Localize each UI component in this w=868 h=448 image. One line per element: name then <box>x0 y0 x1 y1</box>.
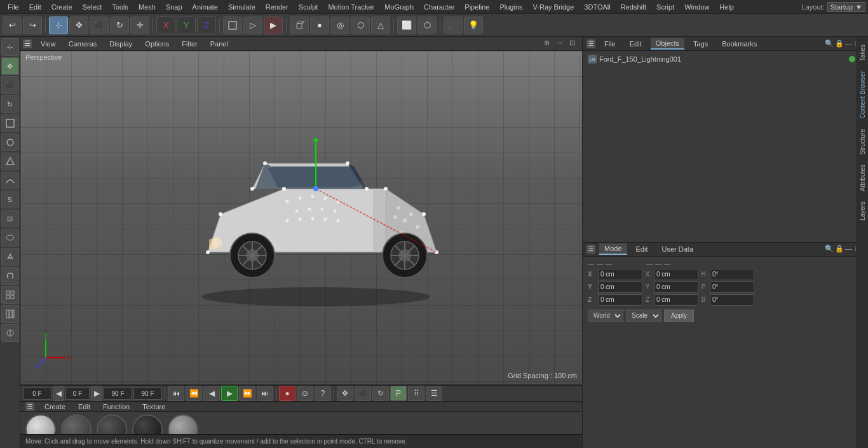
viewport-filter-menu[interactable]: Filter <box>178 39 201 49</box>
x-pos-input2[interactable] <box>654 269 698 280</box>
render-button[interactable]: ▶ <box>264 17 283 34</box>
camera-button[interactable]: 🎥 <box>444 17 463 34</box>
cone-button[interactable]: △ <box>371 17 390 34</box>
menu-vray[interactable]: V-Ray Bridge <box>528 2 580 12</box>
mat-texture-btn[interactable]: Texture <box>140 402 168 411</box>
viewport-icon-2[interactable]: ↔ <box>557 39 567 49</box>
mat-function-btn[interactable]: Function <box>100 402 132 411</box>
menu-motion-tracker[interactable]: Motion Tracker <box>323 2 379 12</box>
menu-window[interactable]: Window <box>679 2 714 12</box>
objects-menu-icon[interactable]: ☰ <box>587 39 595 48</box>
vtab-layers[interactable]: Layers <box>858 196 867 226</box>
move-mode-btn[interactable]: ✥ <box>337 386 353 401</box>
left-btn-6[interactable] <box>1 153 19 170</box>
light-button[interactable]: 💡 <box>464 17 483 34</box>
left-btn-12[interactable] <box>1 267 19 285</box>
timeline-ruler[interactable]: 0 5 10 15 20 25 30 35 40 45 50 55 60 65 … <box>20 385 582 386</box>
left-btn-13[interactable] <box>1 286 19 304</box>
left-btn-11[interactable] <box>1 248 19 266</box>
menu-pipeline[interactable]: Pipeline <box>459 2 494 12</box>
render-region-button[interactable]: ▷ <box>243 17 262 34</box>
h-rot-input[interactable] <box>710 269 754 280</box>
menu-plugins[interactable]: Plugins <box>494 2 527 12</box>
z-pos-input2[interactable] <box>654 294 698 306</box>
step-back-btn[interactable]: ⏪ <box>186 386 202 401</box>
go-start-btn[interactable]: ⏮ <box>168 386 184 401</box>
vtab-structure[interactable]: Structure <box>858 124 867 160</box>
menu-mograph[interactable]: MoGraph <box>379 2 419 12</box>
create-tool-button[interactable]: ✛ <box>130 17 149 34</box>
scale-mode-btn[interactable]: ⬛ <box>355 386 371 401</box>
obj-dot-visible[interactable] <box>849 56 855 62</box>
move-tool-button[interactable]: ✥ <box>69 17 88 34</box>
apply-button[interactable]: Apply <box>664 309 694 322</box>
z-axis-button[interactable]: Z <box>197 17 216 34</box>
tab-tags[interactable]: Tags <box>688 39 713 49</box>
left-btn-5[interactable] <box>1 133 19 151</box>
viewport-display-menu[interactable]: Display <box>105 39 136 49</box>
menu-snap[interactable]: Snap <box>161 2 187 12</box>
timeline-extra-btn[interactable]: ☰ <box>426 386 442 401</box>
viewport-canvas[interactable]: Perspective <box>20 51 582 384</box>
viewport-cameras-menu[interactable]: Cameras <box>65 39 101 49</box>
end-frame-input[interactable] <box>104 387 132 400</box>
menu-file[interactable]: File <box>3 2 24 12</box>
select-tool-button[interactable]: ⊹ <box>49 17 68 34</box>
cube-button[interactable] <box>290 17 309 34</box>
left-btn-3[interactable]: ↻ <box>1 95 19 113</box>
mat-edit-btn[interactable]: Edit <box>76 402 93 411</box>
viewport-menu-icon[interactable]: ☰ <box>23 39 32 48</box>
attr-tab-mode[interactable]: Mode <box>599 243 627 255</box>
play-back-btn[interactable]: ◀ <box>203 386 220 401</box>
left-btn-15[interactable] <box>1 324 19 342</box>
left-btn-9[interactable]: ⊡ <box>1 210 19 227</box>
world-dropdown[interactable]: World <box>588 309 623 322</box>
object-mode-button[interactable] <box>223 17 242 34</box>
objects-collapse-icon[interactable]: — <box>845 39 854 48</box>
attr-lock-icon[interactable]: 🔒 <box>835 245 844 254</box>
layout-dropdown[interactable]: Startup ▼ <box>827 2 865 12</box>
left-btn-1[interactable]: ✥ <box>1 57 19 75</box>
rotate-mode-btn[interactable]: ↻ <box>372 386 389 401</box>
tab-file[interactable]: File <box>599 39 621 49</box>
left-btn-8[interactable]: S <box>1 191 19 208</box>
scale-tool-button[interactable]: ⬛ <box>90 17 109 34</box>
menu-redshift[interactable]: Redshift <box>616 2 651 12</box>
p-rot-input[interactable] <box>710 282 754 293</box>
rotate-tool-button[interactable]: ↻ <box>110 17 129 34</box>
x-pos-input[interactable] <box>598 269 642 280</box>
tab-edit[interactable]: Edit <box>625 39 647 49</box>
menu-tools[interactable]: Tools <box>107 2 133 12</box>
viewport-panel-menu[interactable]: Panel <box>207 39 232 49</box>
z-pos-input[interactable] <box>598 294 642 306</box>
step-fwd-btn[interactable]: ⏩ <box>239 386 255 401</box>
menu-sculpt[interactable]: Sculpt <box>294 2 323 12</box>
vtab-attributes[interactable]: Attributes <box>858 160 867 196</box>
attr-search-icon[interactable]: 🔍 <box>825 245 834 254</box>
objects-lock-icon[interactable]: 🔒 <box>835 39 844 48</box>
attr-collapse-icon[interactable]: — <box>845 245 854 254</box>
play-btn[interactable]: ▶ <box>221 386 238 401</box>
left-btn-10[interactable] <box>1 229 19 247</box>
go-end-btn[interactable]: ⏭ <box>257 386 273 401</box>
object-row-ford[interactable]: L0 Ford_F_150_Lightning001 <box>585 53 865 65</box>
menu-render[interactable]: Render <box>261 2 294 12</box>
attr-tab-userdata[interactable]: User Data <box>657 244 699 254</box>
menu-simulate[interactable]: Simulate <box>223 2 261 12</box>
left-btn-14[interactable] <box>1 305 19 323</box>
playback-mode-btn[interactable]: P <box>390 386 407 401</box>
left-btn-7[interactable] <box>1 172 19 189</box>
viewport-view-menu[interactable]: View <box>37 39 60 49</box>
menu-3dtoall[interactable]: 3DTOAll <box>579 2 615 12</box>
menu-select[interactable]: Select <box>78 2 107 12</box>
left-btn-2[interactable]: ⬛ <box>1 76 19 94</box>
end-frame-input2[interactable] <box>133 387 162 400</box>
floor-button[interactable]: ⬡ <box>417 17 437 34</box>
tab-objects[interactable]: Objects <box>651 38 684 50</box>
tab-bookmarks[interactable]: Bookmarks <box>717 39 762 49</box>
y-axis-button[interactable]: Y <box>177 17 196 34</box>
mat-create-btn[interactable]: Create <box>42 402 68 411</box>
start-frame-input[interactable] <box>23 387 51 400</box>
help-btn[interactable]: ? <box>315 386 331 401</box>
menu-create[interactable]: Create <box>46 2 78 12</box>
